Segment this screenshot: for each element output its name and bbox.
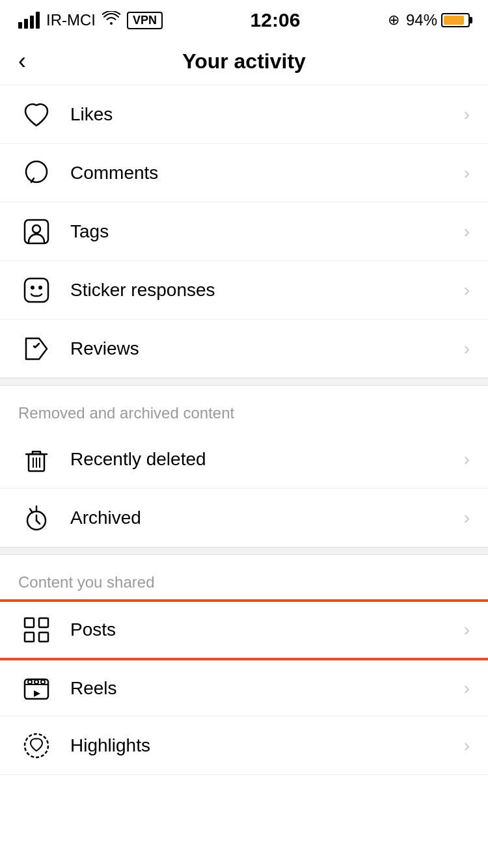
menu-item-posts[interactable]: Posts › bbox=[0, 599, 488, 658]
menu-item-recently-deleted[interactable]: Recently deleted › bbox=[0, 430, 488, 489]
menu-item-archived[interactable]: Archived › bbox=[0, 489, 488, 547]
svg-rect-9 bbox=[39, 618, 48, 627]
comments-label: Comments bbox=[70, 163, 464, 183]
section-removed: Removed and archived content Recently de… bbox=[0, 386, 488, 547]
svg-point-4 bbox=[31, 286, 34, 290]
highlights-label: Highlights bbox=[70, 735, 464, 756]
battery-container: 94% bbox=[406, 11, 470, 29]
review-tag-icon bbox=[18, 331, 55, 367]
section-header-removed: Removed and archived content bbox=[0, 386, 488, 430]
comment-icon bbox=[18, 155, 55, 191]
sticker-responses-label: Sticker responses bbox=[70, 280, 464, 301]
reels-label: Reels bbox=[70, 678, 464, 699]
page-title: Your activity bbox=[182, 49, 306, 74]
sticker-icon bbox=[18, 272, 55, 308]
posts-label: Posts bbox=[70, 619, 464, 640]
svg-point-0 bbox=[26, 161, 47, 182]
menu-item-comments[interactable]: Comments › bbox=[0, 144, 488, 202]
reviews-label: Reviews bbox=[70, 338, 464, 359]
menu-item-highlights[interactable]: Highlights › bbox=[0, 716, 488, 775]
svg-rect-11 bbox=[39, 632, 48, 642]
signal-icon bbox=[18, 12, 40, 29]
heart-icon bbox=[18, 96, 55, 133]
recently-deleted-label: Recently deleted bbox=[70, 449, 464, 470]
battery-icon bbox=[441, 13, 470, 27]
grid-icon bbox=[18, 612, 55, 648]
menu-item-reviews[interactable]: Reviews › bbox=[0, 319, 488, 378]
chevron-right-icon: › bbox=[464, 221, 470, 242]
svg-point-13 bbox=[28, 680, 32, 684]
chevron-right-icon: › bbox=[464, 619, 470, 640]
status-bar: IR-MCI VPN 12:06 ⊕ 94% bbox=[0, 0, 488, 38]
reel-icon bbox=[18, 670, 55, 707]
archive-icon bbox=[18, 500, 55, 536]
menu-item-tags[interactable]: Tags › bbox=[0, 202, 488, 261]
svg-rect-3 bbox=[25, 278, 48, 302]
svg-point-16 bbox=[25, 734, 48, 757]
status-right: ⊕ 94% bbox=[388, 11, 470, 29]
tag-person-icon bbox=[18, 213, 55, 250]
back-button[interactable]: ‹ bbox=[18, 49, 26, 73]
chevron-right-icon: › bbox=[464, 678, 470, 699]
chevron-right-icon: › bbox=[464, 280, 470, 301]
menu-item-reels[interactable]: Reels › bbox=[0, 658, 488, 716]
svg-rect-8 bbox=[25, 618, 34, 627]
section-header-shared: Content you shared bbox=[0, 555, 488, 599]
svg-point-15 bbox=[41, 680, 45, 684]
chevron-right-icon: › bbox=[464, 508, 470, 528]
status-time: 12:06 bbox=[251, 9, 301, 31]
trash-icon bbox=[18, 441, 55, 478]
section-shared: Content you shared Posts › Reels bbox=[0, 555, 488, 775]
svg-rect-10 bbox=[25, 632, 34, 642]
chevron-right-icon: › bbox=[464, 735, 470, 756]
menu-item-likes[interactable]: Likes › bbox=[0, 85, 488, 144]
section-interactions: Likes › Comments › Tags › bbox=[0, 85, 488, 378]
nav-header: ‹ Your activity bbox=[0, 38, 488, 85]
chevron-right-icon: › bbox=[464, 338, 470, 359]
archived-label: Archived bbox=[70, 508, 464, 528]
battery-percent: 94% bbox=[406, 11, 437, 29]
likes-label: Likes bbox=[70, 104, 464, 125]
svg-point-14 bbox=[34, 680, 38, 684]
chevron-right-icon: › bbox=[464, 449, 470, 470]
carrier-label: IR-MCI bbox=[46, 11, 96, 29]
section-divider-2 bbox=[0, 547, 488, 555]
menu-item-sticker-responses[interactable]: Sticker responses › bbox=[0, 261, 488, 319]
lock-icon: ⊕ bbox=[388, 12, 400, 29]
svg-point-2 bbox=[33, 225, 40, 233]
section-divider-1 bbox=[0, 378, 488, 386]
highlight-icon bbox=[18, 727, 55, 764]
chevron-right-icon: › bbox=[464, 104, 470, 125]
tags-label: Tags bbox=[70, 221, 464, 242]
svg-point-5 bbox=[38, 286, 42, 290]
chevron-right-icon: › bbox=[464, 163, 470, 183]
vpn-badge: VPN bbox=[127, 12, 163, 29]
wifi-icon bbox=[102, 11, 120, 29]
status-left: IR-MCI VPN bbox=[18, 11, 163, 29]
